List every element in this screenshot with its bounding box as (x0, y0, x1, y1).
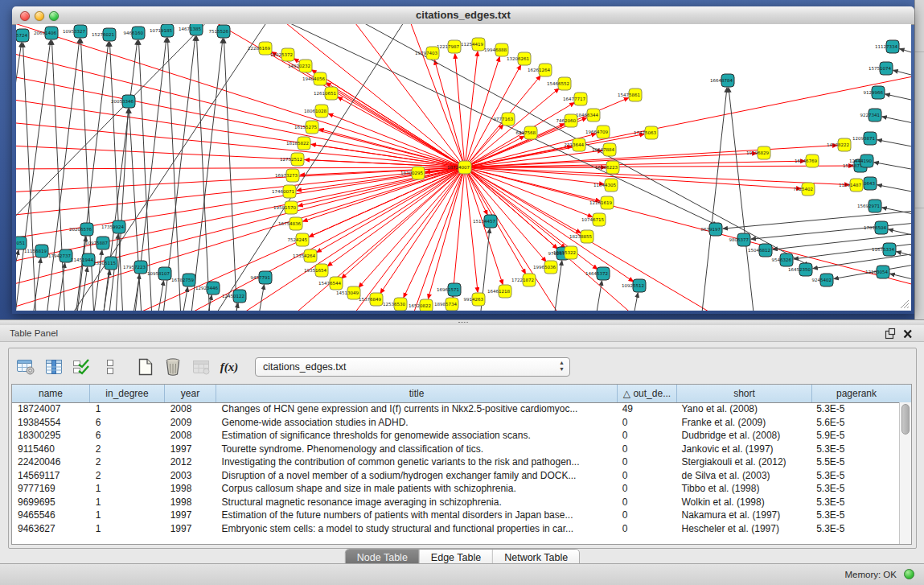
svg-text:10746715: 10746715 (581, 217, 604, 222)
svg-text:15046812: 15046812 (748, 248, 770, 253)
svg-text:9777163: 9777163 (494, 117, 514, 122)
column-header-title[interactable]: title (216, 385, 618, 402)
window-title: citations_edges.txt (12, 9, 914, 21)
table-vertical-scrollbar[interactable] (899, 402, 911, 544)
svg-text:18061028: 18061028 (304, 109, 326, 113)
column-header-out_de[interactable]: △ out_de... (618, 385, 677, 402)
table-row[interactable]: 1938455462009Genome-wide association stu… (12, 416, 899, 430)
collapsed-side-panel-edge[interactable] (914, 0, 924, 319)
column-header-short[interactable]: short (677, 385, 812, 402)
table-row[interactable]: 977716911998Corpus callosum shape and si… (12, 482, 899, 496)
table-panel-header: Table Panel (0, 325, 924, 342)
table-row[interactable]: 946554611997Estimation of the future num… (12, 509, 899, 522)
table-row[interactable]: 1456911722003Disruption of a novel membe… (12, 469, 899, 483)
function-builder-icon[interactable]: f(x) (217, 356, 241, 378)
table-cell: 5.5E-5 (811, 455, 899, 469)
table-cell: 2003 (165, 469, 216, 483)
show-columns-icon[interactable] (42, 356, 66, 378)
panel-split-divider[interactable] (0, 319, 924, 325)
svg-text:7515526: 7515526 (209, 29, 229, 34)
window-resize-grip[interactable] (898, 298, 910, 309)
svg-text:12444190: 12444190 (849, 159, 872, 163)
table-settings-icon[interactable] (14, 356, 38, 378)
column-header-in_degree[interactable]: in_degree (90, 385, 165, 402)
table-header-row[interactable]: namein_degreeyeartitle△ out_de...shortpa… (12, 385, 911, 403)
network-canvas[interactable]: 1872400714055724206914061095332715276021… (16, 24, 911, 311)
network-view-desktop: citations_edges.txt 18724007140557242069… (0, 0, 924, 319)
svg-text:6497568: 6497568 (516, 130, 536, 135)
svg-text:19946888: 19946888 (484, 47, 507, 52)
svg-text:9546326: 9546326 (772, 257, 792, 262)
svg-text:20206576: 20206576 (69, 227, 92, 232)
svg-text:9227341: 9227341 (860, 113, 881, 117)
svg-text:16261264: 16261264 (528, 68, 550, 72)
table-row[interactable]: 2242004622012Investigating the contribut… (12, 455, 899, 469)
column-header-name[interactable]: name (12, 385, 90, 402)
node-table-container: f(x) citations_edges.txt ▲▼ namein_degre… (8, 348, 917, 549)
citation-network-graph[interactable]: 1872400714055724206914061095332715276021… (16, 24, 911, 311)
svg-text:17221872: 17221872 (511, 278, 534, 282)
node-table[interactable]: namein_degreeyeartitle△ out_de...shortpa… (11, 384, 912, 545)
delete-column-icon[interactable] (161, 356, 185, 378)
table-cell: Nakamura et al. (1997) (676, 509, 811, 522)
table-cell: 18300295 (12, 429, 90, 443)
svg-text:18025372: 18025372 (270, 52, 293, 57)
svg-text:15276021: 15276021 (92, 32, 114, 37)
svg-text:10953327: 10953327 (63, 29, 85, 34)
unselect-rows-icon[interactable] (98, 356, 122, 378)
table-cell: 1997 (165, 509, 216, 522)
column-header-pagerank[interactable]: pagerank (812, 385, 901, 402)
svg-text:15476544: 15476544 (318, 281, 341, 286)
svg-text:18300295: 18300295 (400, 171, 423, 175)
table-cell: 1 (90, 402, 165, 416)
new-column-icon[interactable] (133, 356, 157, 378)
svg-text:9806377: 9806377 (729, 237, 749, 242)
table-cell: 5.3E-5 (811, 522, 899, 536)
select-all-rows-icon[interactable] (70, 356, 94, 378)
table-row[interactable]: 969969511998Structural magnetic resonanc… (12, 496, 899, 509)
table-cell: Jankovic et al. (1997) (676, 443, 811, 456)
svg-text:12923446: 12923446 (195, 286, 218, 290)
svg-text:16961571: 16961571 (437, 287, 459, 292)
table-cell: 5.3E-5 (811, 469, 899, 483)
table-select-dropdown[interactable]: citations_edges.txt ▲▼ (255, 357, 570, 377)
svg-text:18185822: 18185822 (286, 141, 309, 146)
table-cell: 5.6E-5 (811, 416, 899, 430)
table-body[interactable]: 1872400712008Changes of HCN gene express… (12, 402, 899, 544)
scrollbar-thumb[interactable] (901, 404, 910, 435)
table-row[interactable]: 1872400712008Changes of HCN gene express… (12, 402, 899, 416)
table-cell: 1 (90, 482, 165, 496)
svg-text:16461218: 16461218 (487, 289, 510, 294)
close-panel-icon[interactable] (901, 328, 914, 340)
svg-text:17957223: 17957223 (123, 265, 146, 270)
table-cell: Estimation of the future numbers of pati… (216, 509, 617, 522)
table-cell: Dudbridge et al. (2008) (676, 429, 811, 443)
table-cell: 2 (90, 455, 165, 469)
svg-text:7524245: 7524245 (288, 237, 308, 242)
table-row[interactable]: 946362711997Embryonic stem cells: a mode… (12, 522, 899, 536)
svg-text:10925512: 10925512 (622, 283, 644, 288)
svg-text:17475063: 17475063 (634, 130, 656, 135)
table-cell: Corpus callosum shape and size in male p… (216, 482, 617, 496)
svg-text:15475861: 15475861 (618, 93, 640, 97)
svg-text:15466552: 15466552 (547, 81, 569, 86)
svg-text:9914263: 9914263 (464, 297, 484, 302)
table-row[interactable]: 911546021997Tourette syndrome. Phenomeno… (12, 443, 899, 456)
svg-text:10958107: 10958107 (147, 271, 170, 276)
float-panel-icon[interactable] (884, 328, 897, 340)
table-cell: Estimation of significance thresholds fo… (216, 429, 617, 443)
table-cell: 1 (90, 509, 165, 522)
network-window[interactable]: citations_edges.txt 18724007140557242069… (12, 6, 914, 314)
svg-text:16520822: 16520822 (409, 303, 431, 308)
svg-text:16815322: 16815322 (553, 250, 576, 255)
table-cell: 1998 (165, 482, 216, 496)
table-row[interactable]: 1830029562008Estimation of significance … (12, 429, 899, 443)
table-cell: Genome-wide association studies in ADHD. (216, 416, 617, 430)
table-cell: Changes of HCN gene expression and I(f) … (216, 402, 617, 416)
column-header-year[interactable]: year (165, 385, 216, 402)
svg-text:19965036: 19965036 (533, 265, 556, 270)
svg-text:16477717: 16477717 (563, 97, 585, 101)
network-window-titlebar[interactable]: citations_edges.txt (12, 6, 914, 25)
svg-text:7625402: 7625402 (794, 187, 814, 192)
table-cell: 14569117 (12, 469, 90, 483)
